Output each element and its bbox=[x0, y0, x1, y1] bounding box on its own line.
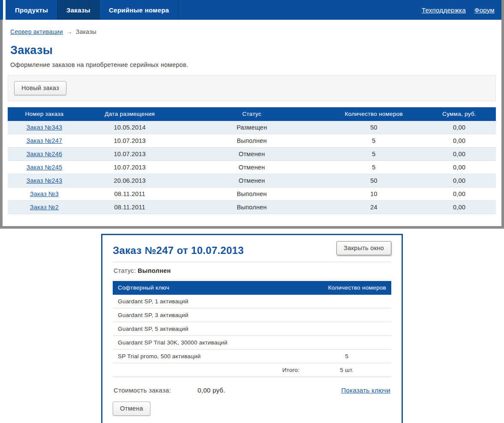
order-row: Заказ №247 10.07.2013 Выполнен 5 0,00 bbox=[8, 134, 496, 148]
tab-products[interactable]: Продукты bbox=[6, 0, 57, 20]
page-subtitle: Оформление заказов на приобретение серий… bbox=[10, 61, 493, 68]
order-date-cell: 08.11.2011 bbox=[81, 187, 179, 201]
item-row: Guardant SP, 5 активаций bbox=[113, 322, 391, 336]
order-qty-cell: 5 bbox=[325, 148, 423, 161]
header-qty: Количество номеров bbox=[325, 107, 423, 121]
items-total-row: Итого: 5 шт. bbox=[113, 363, 391, 377]
order-link[interactable]: Заказ №245 bbox=[27, 164, 63, 171]
item-qty-cell bbox=[302, 308, 391, 322]
order-number-cell: Заказ №246 bbox=[8, 148, 81, 161]
order-row: Заказ №2 08.11.2011 Выполнен 24 0,00 bbox=[8, 201, 496, 214]
order-sum-cell: 0,00 bbox=[423, 174, 496, 187]
order-status-cell: Отменен bbox=[179, 161, 325, 174]
order-status-cell: Выполнен bbox=[179, 201, 325, 214]
orders-table-body: Заказ №343 10.05.2014 Размещен 50 0,00 З… bbox=[8, 121, 496, 214]
item-row: Guardant SP Trial 30K, 30000 активаций bbox=[113, 336, 391, 350]
support-link[interactable]: Техподдержка bbox=[422, 6, 466, 14]
order-date-cell: 08.11.2011 bbox=[81, 201, 179, 214]
page-title: Заказы bbox=[10, 44, 493, 57]
show-keys-link[interactable]: Показать ключи bbox=[341, 387, 390, 394]
breadcrumb-activation-server-link[interactable]: Сервер активации bbox=[10, 28, 63, 35]
order-link[interactable]: Заказ №343 bbox=[27, 124, 63, 131]
order-number-cell: Заказ №243 bbox=[8, 174, 81, 187]
item-row: Guardant SP, 3 активаций bbox=[113, 308, 391, 322]
header-sum: Сумма, руб. bbox=[423, 107, 496, 121]
page-content: Сервер активации → Заказы Заказы Оформле… bbox=[3, 20, 501, 226]
header-order-number: Номер заказа bbox=[8, 107, 81, 121]
order-cost-line: Стоимость заказа: 0,00 руб. Показать клю… bbox=[113, 387, 391, 394]
item-key-cell: Guardant SP, 1 активаций bbox=[113, 295, 302, 308]
order-sum-cell: 0,00 bbox=[423, 148, 496, 161]
items-table-header: Софтверный ключ Количество номеров bbox=[113, 281, 391, 295]
tab-orders[interactable]: Заказы bbox=[57, 0, 100, 20]
forum-link[interactable]: Форум bbox=[474, 6, 495, 14]
status-label: Статус: bbox=[114, 267, 136, 274]
order-number-cell: Заказ №2 bbox=[8, 201, 81, 214]
breadcrumb-current: Заказы bbox=[76, 28, 96, 35]
order-date-cell: 10.07.2013 bbox=[81, 161, 179, 174]
tab-serial-numbers[interactable]: Серийные номера bbox=[100, 0, 179, 20]
order-number-cell: Заказ №3 bbox=[8, 187, 81, 201]
order-link[interactable]: Заказ №2 bbox=[30, 204, 59, 211]
order-sum-cell: 0,00 bbox=[423, 134, 496, 148]
new-order-button[interactable]: Новый заказ bbox=[14, 81, 66, 95]
order-link[interactable]: Заказ №247 bbox=[27, 137, 63, 144]
total-value: 5 шт. bbox=[302, 363, 391, 377]
order-number-cell: Заказ №247 bbox=[8, 134, 81, 148]
order-sum-cell: 0,00 bbox=[423, 201, 496, 214]
modal-actions: Отмена bbox=[113, 402, 391, 416]
item-row: SP Trial promo, 500 активаций 5 bbox=[113, 350, 391, 363]
order-number-cell: Заказ №343 bbox=[8, 121, 81, 134]
order-status-line: Статус: Выполнен bbox=[113, 262, 391, 280]
order-items-table: Софтверный ключ Количество номеров Guard… bbox=[113, 281, 391, 377]
status-value: Выполнен bbox=[138, 267, 171, 274]
order-qty-cell: 50 bbox=[325, 174, 423, 187]
order-qty-cell: 10 bbox=[325, 187, 423, 201]
nav-links: Техподдержка Форум bbox=[422, 0, 501, 20]
header-items-qty: Количество номеров bbox=[302, 281, 391, 295]
item-row: Guardant SP, 1 активаций bbox=[113, 295, 391, 308]
order-status-cell: Размещен bbox=[179, 121, 325, 134]
order-sum-cell: 0,00 bbox=[423, 187, 496, 201]
item-qty-cell bbox=[302, 295, 391, 308]
item-key-cell: Guardant SP, 5 активаций bbox=[113, 322, 302, 336]
item-key-cell: Guardant SP, 3 активаций bbox=[113, 308, 302, 322]
order-date-cell: 10.07.2013 bbox=[81, 148, 179, 161]
order-sum-cell: 0,00 bbox=[423, 161, 496, 174]
order-link[interactable]: Заказ №3 bbox=[30, 190, 59, 197]
order-sum-cell: 0,00 bbox=[423, 121, 496, 134]
nav-edge-sliver bbox=[0, 0, 3, 20]
modal-title: Заказ №247 от 10.07.2013 bbox=[113, 245, 244, 257]
modal-header: Заказ №247 от 10.07.2013 Закрыть окно bbox=[113, 241, 391, 262]
order-number-cell: Заказ №245 bbox=[8, 161, 81, 174]
order-status-cell: Отменен bbox=[179, 148, 325, 161]
item-key-cell: Guardant SP Trial 30K, 30000 активаций bbox=[113, 336, 302, 350]
cancel-button[interactable]: Отмена bbox=[113, 402, 150, 416]
total-label: Итого: bbox=[113, 363, 302, 377]
header-date: Дата размещения bbox=[81, 107, 179, 121]
order-row: Заказ №245 10.07.2013 Отменен 5 0,00 bbox=[8, 161, 496, 174]
order-date-cell: 10.07.2013 bbox=[81, 134, 179, 148]
item-key-cell: SP Trial promo, 500 активаций bbox=[113, 350, 302, 363]
order-row: Заказ №246 10.07.2013 Отменен 5 0,00 bbox=[8, 148, 496, 161]
close-window-button[interactable]: Закрыть окно bbox=[336, 241, 391, 255]
header-software-key: Софтверный ключ bbox=[113, 281, 302, 295]
order-date-cell: 10.05.2014 bbox=[81, 121, 179, 134]
order-link[interactable]: Заказ №246 bbox=[27, 151, 63, 157]
item-qty-cell bbox=[302, 322, 391, 336]
order-status-cell: Выполнен bbox=[179, 187, 325, 201]
orders-table-header: Номер заказа Дата размещения Статус Коли… bbox=[8, 107, 496, 121]
order-row: Заказ №3 08.11.2011 Выполнен 10 0,00 bbox=[8, 187, 496, 201]
header-status: Статус bbox=[179, 107, 325, 121]
order-row: Заказ №243 20.06.2013 Отменен 50 0,00 bbox=[8, 174, 496, 187]
order-qty-cell: 50 bbox=[325, 121, 423, 134]
order-link[interactable]: Заказ №243 bbox=[27, 177, 63, 184]
orders-page-screen: Продукты Заказы Серийные номера Техподде… bbox=[0, 0, 504, 229]
top-navigation: Продукты Заказы Серийные номера Техподде… bbox=[6, 0, 501, 20]
order-row: Заказ №343 10.05.2014 Размещен 50 0,00 bbox=[8, 121, 496, 134]
table-tail-spacer bbox=[8, 214, 496, 220]
orders-table: Номер заказа Дата размещения Статус Коли… bbox=[8, 107, 496, 214]
toolbar-panel: Новый заказ bbox=[8, 75, 496, 101]
items-table-body: Guardant SP, 1 активаций Guardant SP, 3 … bbox=[113, 295, 391, 363]
order-qty-cell: 5 bbox=[325, 134, 423, 148]
